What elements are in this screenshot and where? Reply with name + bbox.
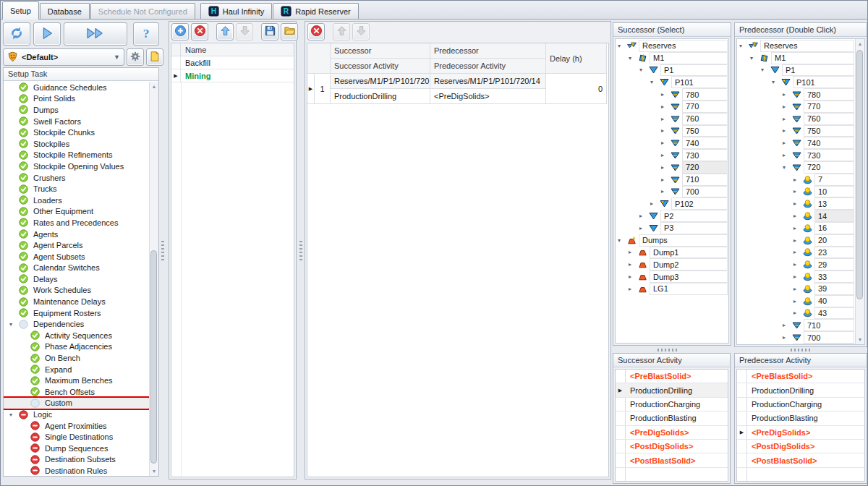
tree-node[interactable]: ▸ 700: [737, 331, 855, 344]
activity-item[interactable]: ProductionCharging: [737, 398, 864, 412]
scrollbar-thumb[interactable]: [150, 250, 157, 464]
name-row[interactable]: Mining: [171, 69, 294, 82]
cell-delay[interactable]: 0: [546, 74, 607, 104]
expander-icon[interactable]: ▸: [783, 116, 792, 122]
setup-task-item[interactable]: ▾ Dependencies: [4, 318, 149, 330]
tree-node[interactable]: ▾ Reserves: [737, 40, 855, 52]
setup-task-item[interactable]: Swell Factors: [4, 116, 149, 127]
settings-button[interactable]: [127, 48, 144, 66]
tab[interactable]: Database: [40, 3, 90, 19]
activity-item[interactable]: ProductionCharging: [616, 398, 728, 412]
tree-node[interactable]: ▾ Reserves: [616, 40, 728, 52]
setup-task-item[interactable]: Agent Parcels: [4, 239, 149, 251]
expander-icon[interactable]: ▸: [629, 286, 638, 292]
expander-icon[interactable]: ▾: [629, 55, 638, 61]
sidebar-scrollbar[interactable]: ▲ ▼: [149, 82, 158, 476]
setup-task-item[interactable]: Stockpile Chunks: [4, 127, 149, 138]
column-header-successor[interactable]: Successor: [331, 43, 430, 59]
profile-dropdown[interactable]: <Default> ▼: [3, 48, 124, 66]
tree-node[interactable]: ▸ 720: [616, 161, 728, 174]
tree-node[interactable]: ▸ 40: [737, 295, 855, 307]
splitter-grip[interactable]: [658, 349, 678, 351]
expander-icon[interactable]: ▸: [629, 261, 638, 268]
expander-icon[interactable]: ▸: [783, 91, 792, 98]
expander-icon[interactable]: ▾: [761, 67, 770, 73]
tree-scrollbar[interactable]: ▲ ▼: [855, 39, 864, 344]
tree-node[interactable]: ▸ 710: [737, 319, 855, 331]
expander-icon[interactable]: ▸: [661, 188, 671, 195]
scroll-up-icon[interactable]: ▲: [150, 82, 158, 91]
expander-icon[interactable]: ▸: [629, 273, 638, 280]
tree-node[interactable]: ▸ P102: [616, 197, 728, 210]
tree-node[interactable]: ▸ 33: [737, 270, 855, 283]
expander-icon[interactable]: ▸: [783, 140, 792, 146]
setup-task-item[interactable]: Agent Proximities: [4, 420, 149, 432]
expander-icon[interactable]: ▸: [793, 249, 803, 255]
tree-node[interactable]: ▸ 10: [737, 186, 855, 198]
setup-task-item[interactable]: Dumps: [4, 104, 149, 116]
expander-icon[interactable]: ▸: [661, 140, 671, 146]
setup-task-item[interactable]: Agent Subsets: [4, 251, 149, 263]
tree-node[interactable]: ▸ 730: [737, 149, 855, 161]
tree-node[interactable]: ▸ 770: [616, 101, 728, 113]
expander-icon[interactable]: ▸: [629, 249, 638, 255]
expander-icon[interactable]: ▸: [639, 225, 649, 231]
expander-icon[interactable]: ▸: [783, 322, 792, 328]
tree-node[interactable]: ▸ 16: [737, 222, 855, 234]
activity-item[interactable]: <PreBlastSolid>: [616, 370, 728, 383]
toolbar-button[interactable]: [281, 23, 298, 40]
setup-task-item[interactable]: Stockpiles: [4, 138, 149, 150]
tree-node[interactable]: ▸ 770: [737, 101, 855, 113]
setup-task-item[interactable]: Destination Rules: [4, 465, 149, 476]
setup-task-item[interactable]: Stockpile Refinements: [4, 150, 149, 161]
tree-node[interactable]: ▾ M1: [737, 52, 855, 64]
tree-node[interactable]: ▸ Dump1: [616, 247, 728, 259]
scroll-up-icon[interactable]: ▲: [856, 39, 864, 48]
cell-successor-activity[interactable]: ProductionDrilling: [331, 89, 430, 104]
column-header-delay[interactable]: Delay (h): [546, 43, 607, 74]
toolbar-button[interactable]: [307, 23, 325, 40]
setup-task-item[interactable]: Calendar Switches: [4, 263, 149, 274]
expander-icon[interactable]: ▸: [793, 261, 803, 268]
expander-icon[interactable]: ▸: [783, 103, 792, 110]
expander-icon[interactable]: ▸: [661, 127, 671, 134]
setup-task-item[interactable]: Work Schedules: [4, 285, 149, 297]
expander-icon[interactable]: ▸: [793, 298, 803, 304]
setup-task-item[interactable]: Point Solids: [4, 93, 149, 105]
toolbar-button[interactable]: [64, 22, 127, 46]
expander-icon[interactable]: ▸: [650, 200, 660, 207]
tree-node[interactable]: ▸ LG1: [616, 283, 728, 295]
toolbar-button[interactable]: [171, 23, 189, 40]
setup-task-item[interactable]: Delays: [4, 273, 149, 285]
activity-item[interactable]: ProductionBlasting: [737, 412, 864, 425]
tab[interactable]: R Rapid Reserver: [273, 3, 358, 19]
tree-node[interactable]: ▾ M1: [616, 52, 728, 64]
setup-task-item[interactable]: Rates and Precedences: [4, 217, 149, 229]
tree-node[interactable]: ▸ Dump3: [616, 270, 728, 283]
setup-task-item[interactable]: Equipment Rosters: [4, 307, 149, 319]
tree-node[interactable]: ▾ P101: [616, 76, 728, 88]
tree-node[interactable]: ▸ 13: [737, 197, 855, 210]
setup-task-item[interactable]: Maximum Benches: [4, 375, 149, 386]
setup-task-item[interactable]: Other Equipment: [4, 206, 149, 218]
setup-task-item[interactable]: ▾ Logic: [4, 409, 149, 420]
activity-item[interactable]: <PreBlastSolid>: [737, 370, 864, 383]
expander-icon[interactable]: ▾: [9, 412, 19, 418]
expander-icon[interactable]: ▸: [661, 176, 671, 183]
expander-icon[interactable]: ▾: [639, 67, 649, 73]
name-row[interactable]: Backfill: [171, 56, 294, 69]
expander-icon[interactable]: ▸: [661, 164, 671, 171]
expander-icon[interactable]: ▾: [750, 55, 760, 61]
tree-node[interactable]: ▸ 740: [616, 137, 728, 149]
tree-node[interactable]: ▸ 730: [616, 149, 728, 161]
tree-node[interactable]: ▾ P101: [737, 76, 855, 88]
tree-node[interactable]: ▾ Dumps: [616, 234, 728, 247]
activity-item[interactable]: <PostDigSolids>: [616, 440, 728, 453]
notes-button[interactable]: [146, 48, 163, 66]
scroll-down-icon[interactable]: ▼: [150, 466, 158, 476]
setup-task-item[interactable]: Loaders: [4, 195, 149, 206]
activity-item[interactable]: ProductionDrilling: [616, 383, 728, 397]
expander-icon[interactable]: ▸: [793, 213, 803, 219]
setup-task-item[interactable]: Bench Offsets: [4, 386, 149, 398]
tree-node[interactable]: ▸ 750: [616, 125, 728, 137]
